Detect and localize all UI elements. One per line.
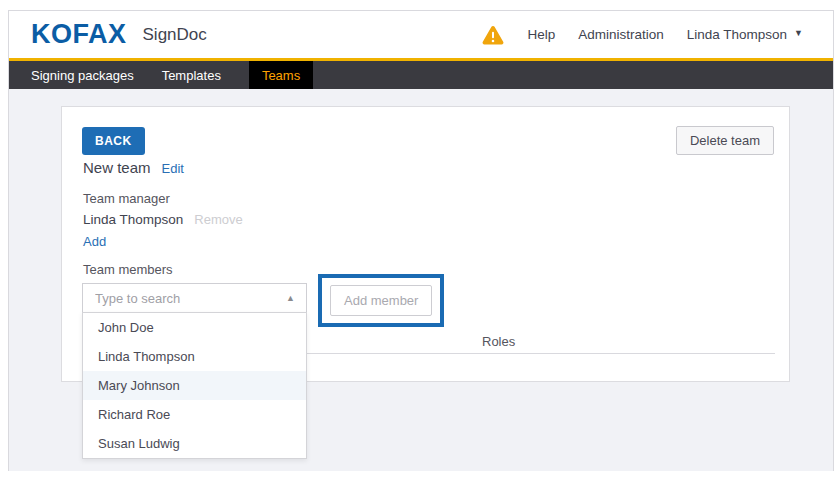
remove-link-disabled: Remove xyxy=(194,212,242,227)
roles-column-header: Roles xyxy=(482,334,515,349)
member-search-input[interactable] xyxy=(83,291,286,306)
team-title-row: New teamEdit xyxy=(83,159,184,176)
manager-row: Linda ThompsonRemove xyxy=(83,212,243,227)
kofax-logo: KOFAX xyxy=(31,21,127,48)
user-menu[interactable]: Linda Thompson ▼ xyxy=(687,27,803,42)
member-search-combobox[interactable]: ▲ xyxy=(82,283,307,313)
administration-link[interactable]: Administration xyxy=(578,27,664,42)
dropdown-option[interactable]: Richard Roe xyxy=(83,400,306,429)
dropdown-option-highlighted[interactable]: Mary Johnson xyxy=(83,371,306,400)
header-actions: Help Administration Linda Thompson ▼ xyxy=(482,25,803,45)
add-manager-link[interactable]: Add xyxy=(83,234,106,249)
help-link[interactable]: Help xyxy=(527,27,555,42)
user-name: Linda Thompson xyxy=(687,27,787,42)
add-member-focus-ring: Add member xyxy=(318,274,444,327)
team-name: New team xyxy=(83,159,151,176)
product-title: SignDoc xyxy=(143,25,207,45)
member-search-dropdown: John Doe Linda Thompson Mary Johnson Ric… xyxy=(82,312,307,459)
tab-signing-packages[interactable]: Signing packages xyxy=(31,61,134,89)
dropdown-option[interactable]: John Doe xyxy=(83,313,306,342)
chevron-up-icon[interactable]: ▲ xyxy=(286,293,295,303)
dropdown-option[interactable]: Linda Thompson xyxy=(83,342,306,371)
dropdown-option[interactable]: Susan Ludwig xyxy=(83,429,306,458)
warning-icon[interactable] xyxy=(482,25,504,45)
app-window: KOFAX SignDoc Help Administration Linda … xyxy=(8,10,834,471)
main-nav: Signing packages Templates Teams xyxy=(9,61,833,89)
team-manager-label: Team manager xyxy=(83,191,170,206)
back-button[interactable]: BACK xyxy=(82,127,145,155)
manager-name: Linda Thompson xyxy=(83,212,183,227)
add-member-button[interactable]: Add member xyxy=(330,285,432,316)
team-members-label: Team members xyxy=(83,262,173,277)
delete-team-button[interactable]: Delete team xyxy=(676,126,774,155)
tab-templates[interactable]: Templates xyxy=(162,61,221,89)
tab-teams[interactable]: Teams xyxy=(249,61,313,89)
edit-link[interactable]: Edit xyxy=(162,161,184,176)
content-area: BACK Delete team New teamEdit Team manag… xyxy=(9,89,833,471)
chevron-down-icon: ▼ xyxy=(794,28,803,38)
app-header: KOFAX SignDoc Help Administration Linda … xyxy=(9,11,833,58)
team-detail-card: BACK Delete team New teamEdit Team manag… xyxy=(61,106,790,382)
